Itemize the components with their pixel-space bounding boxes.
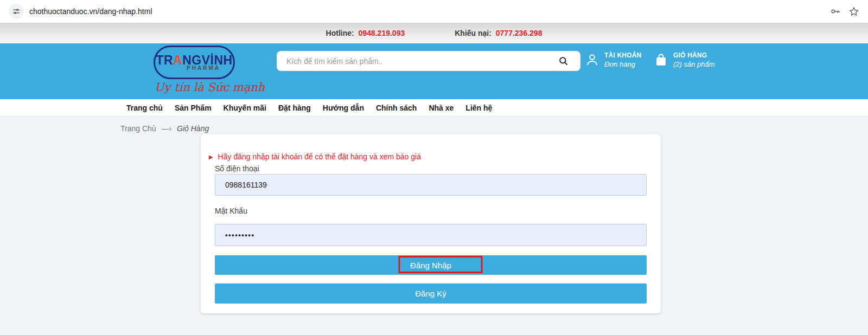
breadcrumb: Trang Chủ —› Giỏ Hàng [0,117,868,134]
site-logo[interactable]: TRANGVİNH PHARMA Uy tín là Sức mạnh [154,46,265,94]
register-button[interactable]: Đăng Ký [215,284,647,304]
breadcrumb-home[interactable]: Trang Chủ [120,124,156,133]
notice-arrow-icon: ▶ [209,154,213,160]
cart-title: GIỎ HÀNG [673,51,715,59]
password-input[interactable] [215,224,647,246]
url-text[interactable]: chothuoctanduoc.vn/dang-nhap.html [29,7,830,16]
complaint-label: Khiếu nại: [455,29,492,37]
bookmark-star-icon[interactable] [848,6,859,17]
tune-icon [12,7,21,16]
hotline-info: Hotline: 0948.219.093 [326,29,405,37]
search-box [277,51,580,71]
search-icon [558,56,569,66]
logo-oval: TRANGVİNH PHARMA [154,46,235,79]
brand-sub: PHARMA [187,65,220,71]
main-nav: Trang chủ Sản Phẩm Khuyến mãi Đặt hàng H… [0,99,868,117]
hotline-number[interactable]: 0948.219.093 [359,29,405,37]
login-notice: ▶ Hãy đăng nhập tài khoản để có thể đặt … [209,151,647,162]
site-settings-button[interactable] [9,4,24,19]
complaint-info: Khiếu nại: 0777.236.298 [455,29,542,37]
login-button-label: Đăng Nhập [410,261,451,270]
shopping-bag-icon [654,53,668,67]
page-body: Trang Chủ —› Giỏ Hàng ▶ Hãy đăng nhập tà… [0,117,868,335]
notice-text: Hãy đăng nhập tài khoản để có thể đặt hà… [218,152,421,161]
password-label: Mật Khẩu [215,205,647,216]
register-button-label: Đăng Ký [415,289,446,298]
brand-name: TRANGVİNH [156,54,232,66]
nav-item-huong-dan[interactable]: Hướng dẫn [323,104,364,112]
phone-input[interactable] [215,174,647,196]
login-button[interactable]: Đăng Nhập [215,255,647,275]
account-widget[interactable]: TÀI KHOẢN Đơn hàng [585,51,641,68]
account-subtitle: Đơn hàng [604,60,641,68]
complaint-number[interactable]: 0777.236.298 [496,29,542,37]
nav-item-trang-chu[interactable]: Trang chủ [126,104,163,112]
account-title: TÀI KHOẢN [604,51,641,59]
hotline-label: Hotline: [326,29,354,37]
password-key-icon[interactable] [830,6,841,17]
nav-item-nha-xe[interactable]: Nhà xe [429,104,454,112]
nav-item-chinh-sach[interactable]: Chính sách [376,104,417,112]
user-icon [585,53,599,67]
search-button[interactable] [558,56,569,68]
breadcrumb-current: Giỏ Hàng [177,124,209,133]
cart-widget[interactable]: GIỎ HÀNG (2) sản phẩm [654,51,715,68]
search-input[interactable] [277,51,580,71]
browser-address-bar: chothuoctanduoc.vn/dang-nhap.html [0,0,868,23]
nav-item-khuyen-mai[interactable]: Khuyến mãi [224,104,266,112]
nav-item-san-pham[interactable]: Sản Phẩm [175,104,212,112]
login-panel: ▶ Hãy đăng nhập tài khoản để có thể đặt … [201,134,661,313]
brand-slogan: Uy tín là Sức mạnh [154,81,265,94]
cart-subtitle: (2) sản phẩm [673,60,715,68]
site-header: TRANGVİNH PHARMA Uy tín là Sức mạnh TÀI … [0,43,868,99]
hotline-bar: Hotline: 0948.219.093 Khiếu nại: 0777.23… [0,23,868,43]
phone-label: Số điện thoại [215,163,647,174]
nav-item-lien-he[interactable]: Liên hệ [465,104,492,112]
breadcrumb-separator: —› [162,124,172,133]
nav-item-dat-hang[interactable]: Đặt hàng [278,104,311,112]
